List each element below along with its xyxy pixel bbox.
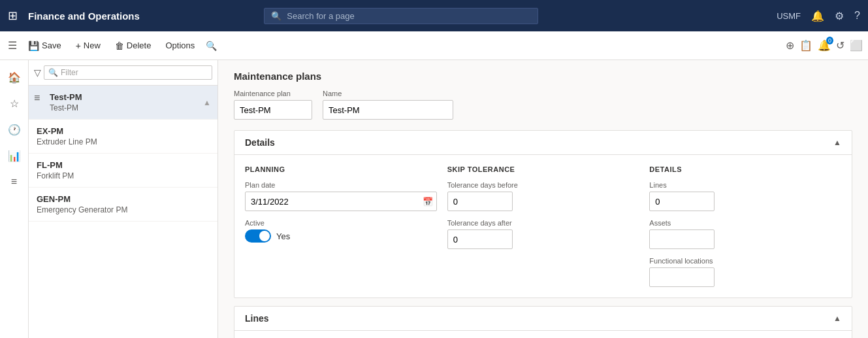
list-item-subtitle: Emergency Generator PM (37, 205, 210, 214)
list-item-title: Test-PM (50, 92, 210, 102)
list-item-title: EX-PM (37, 126, 210, 136)
notification-icon[interactable]: 🔔 (811, 10, 824, 22)
lines-section-body: + Add time line + Add asset counter line… (234, 331, 852, 338)
name-group: Name (323, 90, 453, 120)
options-button[interactable]: Options (159, 37, 201, 54)
search-input[interactable] (287, 11, 531, 21)
user-label: USMF (777, 11, 801, 21)
list-filter-bar: ▽ 🔍 (29, 60, 217, 86)
details-section-body: PLANNING Plan date 📅 Active (234, 155, 852, 297)
save-icon: 💾 (28, 41, 39, 51)
assets-label: Assets (649, 219, 841, 227)
assets-input[interactable] (649, 229, 715, 249)
maintenance-plan-input[interactable] (234, 100, 312, 120)
list-item[interactable]: GEN-PM Emergency Generator PM (29, 188, 217, 222)
filter-input-wrap[interactable]: 🔍 (44, 65, 212, 80)
app-title: Finance and Operations (28, 10, 140, 22)
lines-label: Lines (649, 181, 841, 189)
tolerance-after-group: Tolerance days after (447, 219, 639, 249)
planning-col-title: PLANNING (245, 165, 437, 173)
main-layout: 🏠 ☆ 🕐 📊 ≡ ▽ 🔍 ≡ Test-PM Test-PM ▲ EX-PM … (0, 60, 868, 338)
details-section-header[interactable]: Details ▲ (234, 131, 852, 155)
grid-icon[interactable]: ⊞ (8, 8, 18, 23)
badge-icon[interactable]: 🔔0 (818, 39, 831, 52)
list-panel: ▽ 🔍 ≡ Test-PM Test-PM ▲ EX-PM Extruder L… (29, 60, 218, 338)
clock-icon[interactable]: 🕐 (3, 118, 26, 141)
filter-search-icon[interactable]: 🔍 (203, 38, 219, 54)
details-col-title: DETAILS (649, 165, 841, 173)
star-icon[interactable]: ☆ (3, 92, 26, 115)
report-icon[interactable]: 📊 (3, 144, 26, 167)
refresh-circle-icon[interactable]: ⊕ (786, 39, 794, 52)
plan-date-input-wrap: 📅 (245, 192, 437, 211)
list-item-title: FL-PM (37, 160, 210, 170)
active-toggle[interactable] (245, 229, 271, 243)
assets-group: Assets (649, 219, 841, 249)
home-icon[interactable]: 🏠 (3, 65, 26, 89)
lines-group: Lines (649, 181, 841, 211)
tolerance-after-label: Tolerance days after (447, 219, 639, 227)
save-button[interactable]: 💾 Save (22, 37, 67, 54)
lines-section-header[interactable]: Lines ▲ (234, 307, 852, 331)
active-value: Yes (276, 231, 290, 241)
maintenance-plan-label: Maintenance plan (234, 90, 312, 97)
delete-button[interactable]: 🗑 Delete (109, 37, 157, 54)
details-grid: PLANNING Plan date 📅 Active (245, 165, 841, 287)
settings-icon[interactable]: ⚙ (835, 10, 844, 22)
tolerance-before-label: Tolerance days before (447, 181, 639, 189)
list-items: ≡ Test-PM Test-PM ▲ EX-PM Extruder Line … (29, 86, 217, 338)
copy-icon[interactable]: 📋 (799, 39, 812, 52)
name-label: Name (323, 90, 453, 97)
skip-tolerance-col: SKIP TOLERANCE Tolerance days before Tol… (447, 165, 639, 287)
active-label: Active (245, 219, 437, 227)
new-button[interactable]: + New (70, 37, 106, 54)
chevron-right-icon: ▲ (203, 98, 211, 107)
main-content: Maintenance plans Maintenance plan Name … (218, 60, 868, 338)
collapse-icon[interactable]: ▲ (833, 138, 841, 147)
list-item[interactable]: FL-PM Forklift PM (29, 154, 217, 188)
toolbar-extra: ⊕ 📋 🔔0 ↺ ⬜ (786, 39, 863, 52)
search-icon: 🔍 (271, 11, 281, 21)
filter-search-icon: 🔍 (48, 68, 58, 77)
plan-date-group: Plan date 📅 (245, 181, 437, 211)
name-input[interactable] (323, 100, 453, 120)
top-nav: ⊞ Finance and Operations 🔍 USMF 🔔 ⚙ ? (0, 0, 868, 31)
sidebar-icons: 🏠 ☆ 🕐 📊 ≡ (0, 60, 29, 338)
tolerance-before-input[interactable] (447, 192, 513, 211)
list-item-subtitle: Test-PM (50, 103, 210, 112)
details-section: Details ▲ PLANNING Plan date 📅 (234, 130, 852, 298)
functional-locations-group: Functional locations (649, 257, 841, 287)
open-new-icon[interactable]: ⬜ (850, 39, 863, 52)
plan-date-label: Plan date (245, 181, 437, 189)
list-icon[interactable]: ≡ (3, 170, 26, 194)
functional-locations-label: Functional locations (649, 257, 841, 265)
lines-input[interactable] (649, 192, 715, 211)
undo-icon[interactable]: ↺ (836, 39, 844, 52)
active-group: Active Yes (245, 219, 437, 243)
delete-icon: 🗑 (115, 41, 124, 51)
tolerance-after-input[interactable] (447, 229, 513, 249)
planning-col: PLANNING Plan date 📅 Active (245, 165, 437, 287)
global-search[interactable]: 🔍 (264, 8, 538, 24)
page-title: Maintenance plans (234, 71, 852, 82)
functional-locations-input[interactable] (649, 267, 715, 287)
lines-section-title: Lines (245, 313, 269, 324)
lines-collapse-icon[interactable]: ▲ (833, 314, 841, 323)
hamburger-icon[interactable]: ☰ (5, 37, 20, 54)
calendar-icon[interactable]: 📅 (423, 197, 433, 207)
filter-input[interactable] (61, 68, 208, 77)
new-icon: + (76, 41, 81, 51)
plan-date-input[interactable] (245, 192, 437, 211)
lines-section: Lines ▲ + Add time line + Add asset coun… (234, 306, 852, 338)
top-nav-right: USMF 🔔 ⚙ ? (777, 10, 860, 22)
skip-tolerance-title: SKIP TOLERANCE (447, 165, 639, 173)
help-icon[interactable]: ? (854, 10, 860, 22)
list-item-title: GEN-PM (37, 194, 210, 204)
details-col: DETAILS Lines Assets Functional location… (649, 165, 841, 287)
list-item[interactable]: ≡ Test-PM Test-PM ▲ (29, 86, 217, 120)
list-item[interactable]: EX-PM Extruder Line PM (29, 120, 217, 154)
active-toggle-wrap: Yes (245, 229, 437, 243)
list-toggle-icon: ≡ (34, 92, 40, 104)
list-item-subtitle: Forklift PM (37, 171, 210, 180)
filter-icon[interactable]: ▽ (34, 67, 41, 78)
